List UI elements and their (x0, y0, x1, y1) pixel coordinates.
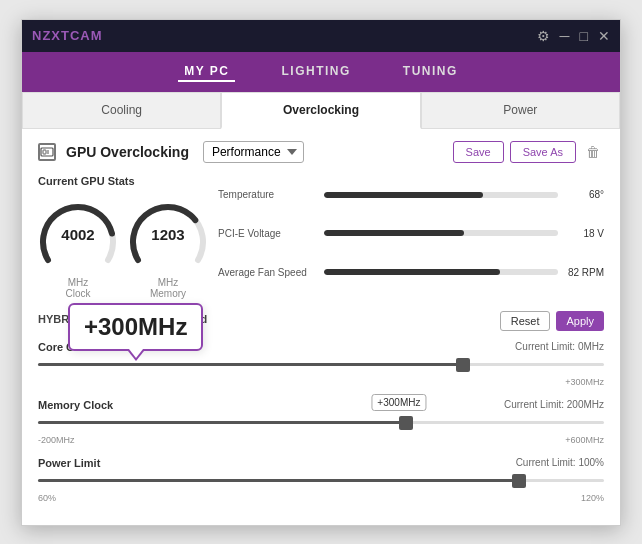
power-limit-title: Power Limit (38, 457, 100, 469)
memory-clock-title: Memory Clock (38, 399, 113, 411)
app-title-nzxt: NZXT (32, 28, 70, 43)
stat-voltage-label: PCI-E Voltage (218, 228, 318, 239)
maximize-icon[interactable]: □ (580, 28, 588, 44)
stat-temperature: Temperature 68° (218, 189, 604, 200)
memory-clock-current: Current Limit: 200MHz (504, 399, 604, 411)
core-clock-current: Current Limit: 0MHz (515, 341, 604, 353)
stat-fanspeed: Average Fan Speed 82 RPM (218, 267, 604, 278)
apply-button[interactable]: Apply (556, 311, 604, 331)
power-limit-labels: 60% 120% (38, 493, 604, 503)
tab-overclocking[interactable]: Overclocking (221, 92, 420, 129)
core-clock-thumb[interactable] (456, 358, 470, 372)
clock-label: Clock (65, 288, 90, 299)
stat-temp-bar (324, 192, 558, 198)
core-clock-max: +300MHz (565, 377, 604, 387)
card-actions: Reset Apply (500, 311, 604, 331)
stat-voltage-value: 18 V (564, 228, 604, 239)
power-limit-track (38, 479, 604, 482)
memory-clock-min: -200MHz (38, 435, 75, 445)
stat-voltage-fill (324, 230, 464, 236)
tooltip-value: +300MHz (84, 313, 187, 340)
clock-unit: MHz (68, 277, 89, 288)
power-limit-min: 60% (38, 493, 56, 503)
tab-power[interactable]: Power (421, 92, 620, 128)
power-limit-max: 120% (581, 493, 604, 503)
save-button[interactable]: Save (453, 141, 504, 163)
nav-item-tuning[interactable]: TUNING (397, 62, 464, 82)
gpu-header: GPU Overclocking Performance Balanced Si… (38, 141, 604, 163)
memory-clock-track: +300MHz (38, 421, 604, 424)
memory-clock-slider-wrap: +300MHz (38, 413, 604, 433)
app-title-cam: CAM (70, 28, 103, 43)
stat-voltage: PCI-E Voltage 18 V (218, 228, 604, 239)
core-clock-slider-wrap (38, 355, 604, 375)
memory-label: Memory (150, 288, 186, 299)
gpu-icon (38, 143, 56, 161)
power-limit-slider-wrap (38, 471, 604, 491)
main-nav: MY PC LIGHTING TUNING (22, 52, 620, 92)
titlebar: NZXTCAM ⚙ ─ □ ✕ (22, 20, 620, 52)
stat-temp-fill (324, 192, 483, 198)
gauges: 4002 MHz Clock 1203 (38, 195, 208, 299)
memory-clock-max: +600MHz (565, 435, 604, 445)
memory-gauge-visual: 1203 (128, 195, 208, 275)
power-limit-fill (38, 479, 519, 482)
stat-temp-label: Temperature (218, 189, 318, 200)
tab-bar: Cooling Overclocking Power (22, 92, 620, 129)
power-limit-current: Current Limit: 100% (516, 457, 604, 469)
main-window: NZXTCAM ⚙ ─ □ ✕ MY PC LIGHTING TUNING Co… (21, 19, 621, 526)
clock-gauge: 4002 MHz Clock (38, 195, 118, 299)
memory-clock-header: Memory Clock Current Limit: 200MHz (38, 399, 604, 411)
power-limit-header: Power Limit Current Limit: 100% (38, 457, 604, 469)
stats-left: Current GPU Stats 4002 MHz Clock (38, 175, 208, 299)
gpu-title: GPU Overclocking (66, 144, 189, 160)
titlebar-controls: ⚙ ─ □ ✕ (537, 28, 610, 44)
stat-fanspeed-value: 82 RPM (564, 267, 604, 278)
core-clock-slider-group: +300MHz Core Clock Current Limit: 0MHz +… (38, 341, 604, 387)
memory-value: 1203 (151, 226, 184, 243)
memory-unit: MHz (158, 277, 179, 288)
clock-gauge-visual: 4002 (38, 195, 118, 275)
nav-item-mypc[interactable]: MY PC (178, 62, 235, 82)
core-clock-track (38, 363, 604, 366)
memory-clock-slider-group: Memory Clock Current Limit: 200MHz +300M… (38, 399, 604, 445)
content-area: GPU Overclocking Performance Balanced Si… (22, 129, 620, 525)
stat-fanspeed-label: Average Fan Speed (218, 267, 318, 278)
close-icon[interactable]: ✕ (598, 28, 610, 44)
minimize-icon[interactable]: ─ (560, 28, 570, 44)
nav-item-lighting[interactable]: LIGHTING (275, 62, 356, 82)
power-limit-thumb[interactable] (512, 474, 526, 488)
stats-bars: Temperature 68° PCI-E Voltage 18 V Avera… (218, 175, 604, 299)
stat-fanspeed-bar (324, 269, 558, 275)
app-logo: NZXTCAM (32, 28, 103, 43)
core-clock-fill (38, 363, 463, 366)
gpu-actions: Save Save As 🗑 (453, 141, 604, 163)
titlebar-left: NZXTCAM (32, 28, 103, 43)
save-as-button[interactable]: Save As (510, 141, 576, 163)
delete-icon[interactable]: 🗑 (582, 142, 604, 162)
tab-cooling[interactable]: Cooling (22, 92, 221, 128)
memory-clock-labels: -200MHz +600MHz (38, 435, 604, 445)
memory-gauge: 1203 MHz Memory (128, 195, 208, 299)
stat-voltage-bar (324, 230, 558, 236)
gpu-preset[interactable]: Performance Balanced Silent Custom (203, 141, 304, 163)
sliders-section: HYBRID GAMING Graphics Card Reset Apply … (38, 311, 604, 503)
core-clock-labels: +300MHz (38, 377, 604, 387)
stats-header: Current GPU Stats (38, 175, 208, 187)
settings-icon[interactable]: ⚙ (537, 28, 550, 44)
stat-temp-value: 68° (564, 189, 604, 200)
preset-select[interactable]: Performance Balanced Silent Custom (203, 141, 304, 163)
memory-clock-thumb[interactable]: +300MHz (399, 416, 413, 430)
memory-clock-fill (38, 421, 406, 424)
power-limit-slider-group: Power Limit Current Limit: 100% 60% 120% (38, 457, 604, 503)
reset-button[interactable]: Reset (500, 311, 551, 331)
clock-value: 4002 (61, 226, 94, 243)
tooltip-bubble: +300MHz (68, 303, 203, 351)
stats-section: Current GPU Stats 4002 MHz Clock (38, 175, 604, 299)
memory-clock-tag: +300MHz (371, 394, 426, 411)
svg-rect-1 (43, 150, 46, 154)
stat-fanspeed-fill (324, 269, 500, 275)
